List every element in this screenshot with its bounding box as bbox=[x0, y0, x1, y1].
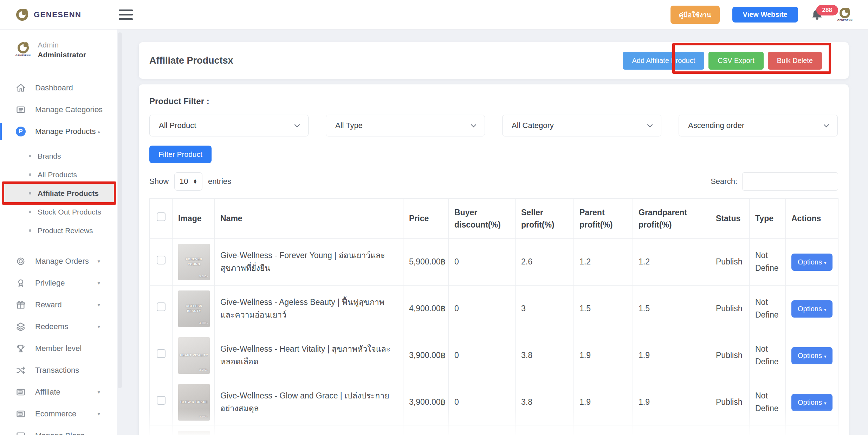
row-options-button[interactable]: Options▾ bbox=[791, 394, 833, 411]
brand: GENESENN bbox=[0, 9, 102, 21]
search-label: Search: bbox=[711, 177, 737, 186]
manual-button[interactable]: คู่มือใช้งาน bbox=[671, 6, 720, 24]
type-select[interactable]: All Type bbox=[326, 115, 485, 136]
orders-icon bbox=[15, 256, 26, 266]
medal-icon bbox=[15, 278, 26, 288]
seller-profit: 3.8 bbox=[516, 379, 574, 426]
sidebar-item-product-reviews[interactable]: Product Reviews bbox=[3, 221, 114, 240]
header-image: Image bbox=[173, 199, 215, 239]
bullet-icon bbox=[29, 192, 31, 194]
sidebar-item-ecommerce[interactable]: Ecommerce ▾ bbox=[0, 403, 117, 425]
category-select[interactable]: All Category bbox=[502, 115, 661, 136]
product-price: 5,900.00฿ bbox=[403, 239, 449, 286]
bullet-icon bbox=[29, 173, 31, 176]
header-buyer-discount: Buyer discount(%) bbox=[449, 199, 516, 239]
sidebar-toggle-button[interactable] bbox=[119, 9, 133, 20]
type-value: Not Define bbox=[750, 379, 786, 426]
sidebar-item-member-level[interactable]: Member level bbox=[0, 338, 117, 359]
profile-logo-icon bbox=[18, 42, 29, 53]
row-checkbox[interactable] bbox=[157, 349, 166, 358]
csv-export-button[interactable]: CSV Export bbox=[708, 52, 763, 70]
view-website-button[interactable]: View Website bbox=[732, 7, 798, 23]
products-icon: P bbox=[15, 127, 26, 136]
search-input[interactable] bbox=[742, 172, 838, 191]
products-submenu: Brands All Products Affiliate Products S… bbox=[0, 147, 117, 240]
buyer-discount: 0 bbox=[449, 286, 516, 332]
notifications-button[interactable]: 288 bbox=[811, 7, 825, 23]
sidebar-item-redeems[interactable]: Redeems ▾ bbox=[0, 316, 117, 338]
row-options-button[interactable]: Options▾ bbox=[791, 347, 833, 364]
sidebar-scrollbar[interactable] bbox=[118, 32, 122, 388]
type-value: Not Define bbox=[750, 286, 786, 332]
add-affiliate-product-button[interactable]: Add Affiliate Product bbox=[623, 52, 704, 70]
chevron-up-icon: ▴ bbox=[97, 128, 100, 135]
product-price: 4,900.00฿ bbox=[403, 286, 449, 332]
header-status: Status bbox=[710, 199, 750, 239]
product-image: FOREVER YOUNG5,900.- bbox=[178, 244, 210, 280]
topbar-right: คู่มือใช้งาน View Website 288 GENESENN bbox=[671, 6, 868, 24]
sidebar-item-all-products[interactable]: All Products bbox=[3, 165, 114, 184]
chevron-down-icon: ▾ bbox=[97, 324, 100, 330]
bullet-icon bbox=[29, 211, 31, 213]
home-icon bbox=[15, 83, 26, 93]
row-checkbox[interactable] bbox=[157, 396, 166, 405]
sidebar-item-brands[interactable]: Brands bbox=[3, 147, 114, 165]
notification-badge: 288 bbox=[816, 5, 838, 15]
sidebar-item-dashboard[interactable]: Dashboard bbox=[0, 77, 117, 99]
status-value: Publish bbox=[710, 379, 750, 426]
chevron-down-icon: ▾ bbox=[97, 107, 100, 113]
chevron-down-icon: ▾ bbox=[97, 302, 100, 308]
seller-profit: 3.8 bbox=[516, 332, 574, 379]
user-avatar[interactable]: GENESENN bbox=[837, 8, 853, 21]
row-options-button[interactable]: Options▾ bbox=[791, 300, 833, 318]
header-seller-profit: Seller profit(%) bbox=[516, 199, 574, 239]
header-price: Price bbox=[403, 199, 449, 239]
row-checkbox[interactable] bbox=[157, 256, 166, 264]
product-image: AGELESS BEAUTY4,900.- bbox=[178, 290, 210, 327]
row-checkbox[interactable] bbox=[157, 302, 166, 311]
order-select[interactable]: Ascending order bbox=[679, 115, 838, 136]
sidebar-item-manage-products[interactable]: P Manage Products ▴ bbox=[0, 121, 117, 142]
seller-profit: 2.6 bbox=[516, 239, 574, 286]
products-table: Image Name Price Buyer discount(%) Selle… bbox=[149, 198, 838, 441]
filter-product-button[interactable]: Filter Product bbox=[149, 146, 212, 163]
grandparent-profit: 1.5 bbox=[633, 286, 710, 332]
updown-arrows-icon: ▲▼ bbox=[193, 179, 197, 184]
product-name: Give-Wellness - Forever Young | อ่อนเยาว… bbox=[215, 239, 403, 286]
page-header-card: Affiliate Productsx Add Affiliate Produc… bbox=[139, 42, 849, 79]
profile-role: Administrator bbox=[38, 51, 86, 59]
page-size-select[interactable]: 10 ▲▼ bbox=[174, 172, 202, 191]
header-type: Type bbox=[750, 199, 786, 239]
sidebar-item-affiliate-products[interactable]: Affiliate Products bbox=[3, 184, 114, 203]
bulk-delete-button[interactable]: Bulk Delete bbox=[768, 52, 822, 70]
product-select[interactable]: All Product bbox=[149, 115, 309, 136]
bullet-icon bbox=[29, 229, 31, 232]
buyer-discount: 0 bbox=[449, 379, 516, 426]
type-value: Not Define bbox=[750, 332, 786, 379]
chevron-down-icon bbox=[471, 122, 477, 127]
select-all-checkbox[interactable] bbox=[157, 212, 166, 221]
products-card: Product Filter : All Product All Type Al… bbox=[139, 84, 849, 441]
sidebar-item-reward[interactable]: Reward ▾ bbox=[0, 294, 117, 316]
sidebar-item-manage-orders[interactable]: Manage Orders ▾ bbox=[0, 250, 117, 272]
sidebar-item-privilege[interactable]: Privilege ▾ bbox=[0, 272, 117, 294]
table-header-row: Image Name Price Buyer discount(%) Selle… bbox=[150, 199, 838, 239]
sidebar-item-affiliate[interactable]: Affiliate ▾ bbox=[0, 381, 117, 403]
table-row: GLOW & GRACE3,900.-Give-Wellness - Glow … bbox=[150, 379, 838, 426]
sidebar-profile: GENESENN Admin Administrator bbox=[0, 30, 117, 69]
chevron-down-icon: ▾ bbox=[97, 280, 100, 286]
parent-profit: 1.5 bbox=[574, 286, 633, 332]
sidebar-nav: Dashboard Manage Categories ▾ P Manage P… bbox=[0, 69, 117, 441]
chevron-down-icon: ▾ bbox=[97, 258, 100, 264]
app-window: GENESENN คู่มือใช้งาน View Website 288 G… bbox=[0, 0, 868, 441]
topbar: GENESENN คู่มือใช้งาน View Website 288 G… bbox=[0, 0, 868, 30]
sidebar-item-transactions[interactable]: Transactions bbox=[0, 359, 117, 381]
newspaper-icon bbox=[15, 387, 26, 397]
sidebar-item-stock-out-products[interactable]: Stock Out Products bbox=[3, 203, 114, 221]
bottom-scroll-strip bbox=[0, 435, 868, 441]
header-grandparent-profit: Grandparent profit(%) bbox=[633, 199, 710, 239]
chevron-down-icon: ▾ bbox=[97, 389, 100, 395]
sidebar-item-manage-categories[interactable]: Manage Categories ▾ bbox=[0, 99, 117, 121]
header-actions: Actions bbox=[786, 199, 838, 239]
row-options-button[interactable]: Options▾ bbox=[791, 254, 833, 271]
